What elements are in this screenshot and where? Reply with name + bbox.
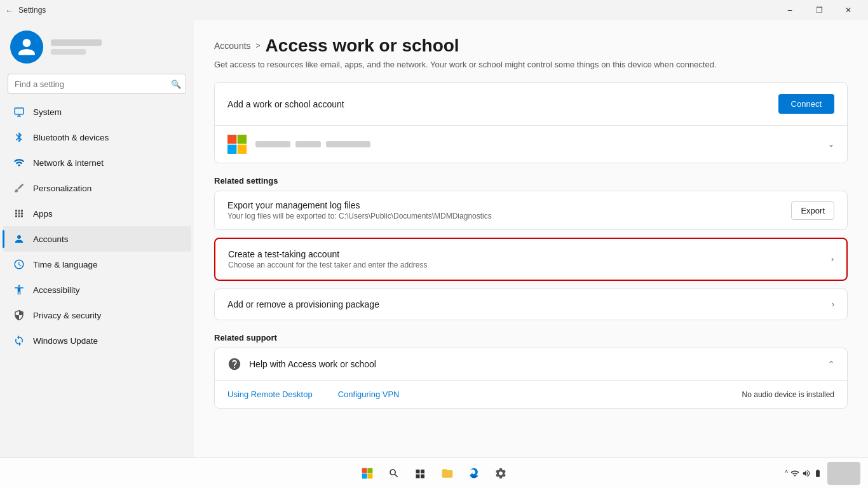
- sidebar-label-privacy: Privacy & security: [33, 311, 101, 320]
- sidebar: 🔍 System Bluetooth & devices Network & i…: [0, 20, 194, 458]
- app-body: 🔍 System Bluetooth & devices Network & i…: [0, 20, 868, 458]
- provisioning-row[interactable]: Add or remove a provisioning package ›: [215, 289, 847, 320]
- sidebar-item-apps[interactable]: Apps: [3, 201, 191, 226]
- monitor-icon: [13, 105, 25, 118]
- svg-rect-7: [367, 473, 372, 478]
- breadcrumb-parent[interactable]: Accounts: [214, 41, 251, 51]
- search-taskbar-icon: [388, 468, 400, 479]
- export-log-row: Export your management log files Your lo…: [215, 191, 847, 229]
- vpn-link[interactable]: Configuring VPN: [338, 390, 400, 399]
- microsoft-logo: [227, 135, 247, 154]
- sidebar-item-accessibility[interactable]: Accessibility: [3, 277, 191, 302]
- sidebar-label-bluetooth: Bluetooth & devices: [33, 133, 109, 142]
- chevron-right-icon: ›: [831, 255, 834, 264]
- breadcrumb-chevron: >: [256, 41, 261, 50]
- settings-taskbar-icon: [494, 467, 507, 480]
- sidebar-item-update[interactable]: Windows Update: [3, 328, 191, 353]
- taskbar-center: [356, 462, 512, 485]
- sidebar-label-accounts: Accounts: [33, 234, 69, 244]
- edge-button[interactable]: [463, 462, 485, 485]
- support-header-left: Help with Access work or school: [227, 357, 376, 371]
- ms-account-bar2: [295, 141, 321, 147]
- system-tray: ^: [785, 469, 822, 478]
- support-links: Using Remote Desktop Configuring VPN No …: [215, 381, 847, 408]
- avatar[interactable]: [10, 30, 43, 64]
- maximize-button[interactable]: ❐: [804, 0, 834, 20]
- add-account-row: Add a work or school account Connect: [215, 83, 847, 125]
- create-test-account-card: Create a test-taking account Choose an a…: [214, 238, 848, 281]
- main-content: Accounts > Access work or school Get acc…: [194, 20, 868, 458]
- apps-icon: [13, 207, 25, 220]
- clock-display[interactable]: [827, 462, 860, 485]
- search-input[interactable]: [8, 74, 186, 94]
- person-icon: [17, 37, 37, 57]
- chevron-up-icon: ⌃: [828, 360, 834, 369]
- user-name-block: [51, 39, 102, 55]
- window-title: Settings: [18, 6, 46, 15]
- file-explorer-button[interactable]: [436, 462, 459, 485]
- no-audio-label: No audio device is installed: [742, 390, 834, 399]
- sidebar-item-personalization[interactable]: Personalization: [3, 175, 191, 201]
- taskbar: ^: [0, 458, 868, 488]
- ms-account-row[interactable]: ⌄: [215, 125, 847, 163]
- sidebar-item-time[interactable]: Time & language: [3, 252, 191, 277]
- titlebar-left: ← Settings: [5, 6, 46, 15]
- sidebar-label-accessibility: Accessibility: [33, 285, 80, 295]
- create-test-account-text: Create a test-taking account Choose an a…: [228, 249, 428, 269]
- export-log-text: Export your management log files Your lo…: [227, 200, 492, 220]
- support-header[interactable]: Help with Access work or school ⌃: [215, 348, 847, 381]
- bluetooth-icon: [13, 131, 25, 144]
- svg-rect-4: [362, 468, 367, 473]
- task-view-button[interactable]: [409, 462, 432, 485]
- svg-rect-5: [367, 468, 372, 473]
- user-profile: [0, 20, 194, 69]
- settings-taskbar-button[interactable]: [489, 462, 512, 485]
- connect-button[interactable]: Connect: [778, 94, 834, 114]
- help-icon: [227, 357, 241, 371]
- related-settings-title: Related settings: [214, 176, 848, 186]
- provisioning-card: Add or remove a provisioning package ›: [214, 288, 848, 320]
- svg-rect-6: [362, 473, 367, 478]
- svg-rect-2: [227, 145, 236, 154]
- start-button[interactable]: [356, 462, 379, 485]
- sidebar-item-accounts[interactable]: Accounts: [3, 226, 191, 252]
- sidebar-label-apps: Apps: [33, 209, 53, 219]
- sidebar-item-privacy[interactable]: Privacy & security: [3, 302, 191, 328]
- svg-rect-3: [238, 145, 247, 154]
- sound-tray-icon: [802, 469, 811, 478]
- add-account-card: Add a work or school account Connect ⌄: [214, 82, 848, 163]
- svg-rect-0: [227, 135, 236, 144]
- close-button[interactable]: ✕: [834, 0, 863, 20]
- taskbar-search-button[interactable]: [383, 462, 405, 485]
- tray-chevron-icon[interactable]: ^: [785, 470, 788, 477]
- breadcrumb: Accounts > Access work or school: [214, 36, 848, 56]
- add-account-label: Add a work or school account: [227, 99, 344, 109]
- minimize-button[interactable]: –: [775, 0, 804, 20]
- time-icon: [13, 258, 25, 271]
- sidebar-item-network[interactable]: Network & internet: [3, 150, 191, 175]
- accessibility-icon: [13, 283, 25, 296]
- user-name-bar2: [51, 49, 86, 55]
- sidebar-item-system[interactable]: System: [3, 99, 191, 125]
- remote-desktop-link[interactable]: Using Remote Desktop: [227, 390, 313, 399]
- network-tray-icon: [790, 469, 799, 478]
- titlebar-controls: – ❐ ✕: [775, 0, 863, 20]
- back-arrow-icon[interactable]: ←: [5, 6, 13, 15]
- task-view-icon: [415, 468, 426, 479]
- sidebar-label-personalization: Personalization: [33, 184, 92, 193]
- ms-account-info: [255, 141, 819, 147]
- sidebar-label-network: Network & internet: [33, 158, 104, 168]
- sidebar-item-bluetooth[interactable]: Bluetooth & devices: [3, 125, 191, 150]
- search-icon: 🔍: [171, 79, 181, 89]
- export-button[interactable]: Export: [791, 201, 834, 220]
- search-box: 🔍: [8, 74, 186, 94]
- titlebar: ← Settings – ❐ ✕: [0, 0, 868, 20]
- create-test-account-desc: Choose an account for the test taker and…: [228, 261, 428, 269]
- support-card: Help with Access work or school ⌃ Using …: [214, 348, 848, 409]
- accounts-icon: [13, 233, 25, 245]
- create-test-account-row[interactable]: Create a test-taking account Choose an a…: [215, 239, 846, 280]
- related-settings-card: Export your management log files Your lo…: [214, 191, 848, 230]
- windows-logo-icon: [361, 467, 374, 480]
- file-explorer-icon: [441, 467, 454, 480]
- sidebar-label-system: System: [33, 107, 62, 117]
